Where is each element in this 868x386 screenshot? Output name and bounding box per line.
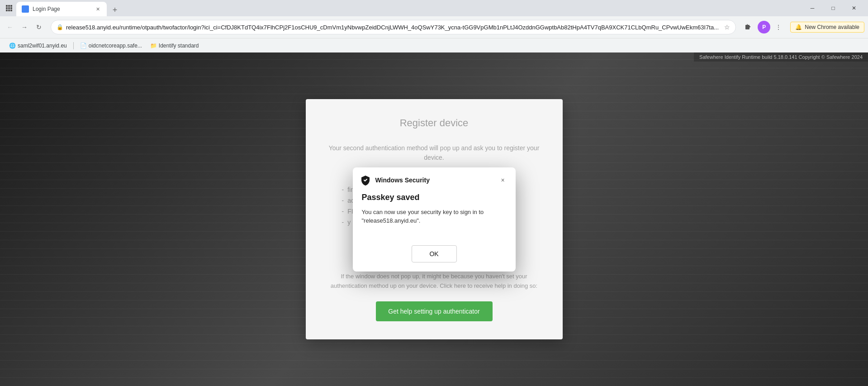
browser-frame: Login Page ✕ + ─ □ ✕ ← → ↻ 🔒 release518.… xyxy=(0,0,868,386)
page-content: Safewhere Identify Runtime build 5.18.0.… xyxy=(0,52,868,386)
window-controls: ─ □ ✕ xyxy=(802,0,864,16)
svg-rect-5 xyxy=(10,7,12,9)
svg-rect-6 xyxy=(6,10,8,11)
dialog-body: Passkey saved You can now use your secur… xyxy=(353,189,516,245)
url-bar[interactable]: 🔒 release518.anyid.eu/runtime/otpauth/tw… xyxy=(51,20,736,34)
dialog-main-title: Passkey saved xyxy=(362,193,507,202)
profile-initial: P xyxy=(762,24,766,30)
page-background: Safewhere Identify Runtime build 5.18.0.… xyxy=(0,52,868,386)
apps-grid-button[interactable] xyxy=(4,3,14,14)
svg-rect-3 xyxy=(6,7,8,9)
bookmark-label-oidc: oidcnetcoreapp.safe... xyxy=(89,43,142,49)
bookmark-label-identify: Identify standard xyxy=(159,43,199,49)
svg-rect-7 xyxy=(8,10,10,11)
tab-title: Login Page xyxy=(33,6,90,12)
bookmark-favicon-oidc: 📄 xyxy=(80,43,87,49)
bookmarks-bar: 🌐 saml2wif01.anyid.eu 📄 oidcnetcoreapp.s… xyxy=(0,38,868,52)
dialog-header-title: Windows Security xyxy=(375,176,493,184)
svg-rect-1 xyxy=(8,5,10,7)
security-dialog-overlay: Windows Security × Passkey saved You can… xyxy=(0,52,868,386)
notification-icon: 🔔 xyxy=(795,24,802,30)
forward-button[interactable]: → xyxy=(18,21,31,33)
chrome-notification-banner[interactable]: 🔔 New Chrome available xyxy=(790,22,864,33)
maximize-button[interactable]: □ xyxy=(823,0,844,16)
bookmark-item-oidc[interactable]: 📄 oidcnetcoreapp.safe... xyxy=(76,41,146,51)
svg-rect-4 xyxy=(8,7,10,9)
profile-avatar[interactable]: P xyxy=(758,21,770,33)
dialog-message: You can now use your security key to sig… xyxy=(362,208,507,225)
tab-close-button[interactable]: ✕ xyxy=(94,5,101,13)
bookmark-favicon-identify: 📁 xyxy=(150,43,157,49)
dialog-ok-button[interactable]: OK xyxy=(412,245,457,262)
lock-icon: 🔒 xyxy=(57,24,63,30)
shield-icon xyxy=(360,175,371,186)
bookmark-separator xyxy=(73,42,74,49)
svg-rect-8 xyxy=(10,10,12,11)
minimize-button[interactable]: ─ xyxy=(802,0,823,16)
title-bar: Login Page ✕ + ─ □ ✕ xyxy=(0,0,868,16)
bookmark-star-icon[interactable]: ☆ xyxy=(724,24,730,31)
bookmark-label-saml: saml2wif01.anyid.eu xyxy=(18,43,67,49)
dialog-header: Windows Security × xyxy=(353,167,516,189)
windows-security-dialog: Windows Security × Passkey saved You can… xyxy=(353,167,516,272)
url-text: release518.anyid.eu/runtime/otpauth/twof… xyxy=(66,24,721,31)
bookmark-favicon-saml: 🌐 xyxy=(9,43,16,49)
tab-bar: Login Page ✕ + xyxy=(16,0,800,16)
address-bar: ← → ↻ 🔒 release518.anyid.eu/runtime/otpa… xyxy=(0,16,868,38)
active-tab[interactable]: Login Page ✕ xyxy=(16,2,107,16)
settings-button[interactable]: ⋮ xyxy=(772,21,785,33)
back-button[interactable]: ← xyxy=(4,21,16,33)
reload-button[interactable]: ↻ xyxy=(33,21,45,33)
bookmark-item-identify[interactable]: 📁 Identify standard xyxy=(147,41,203,51)
dialog-close-button[interactable]: × xyxy=(498,175,508,186)
close-button[interactable]: ✕ xyxy=(844,0,864,16)
notification-text: New Chrome available xyxy=(805,24,859,30)
extensions-button[interactable] xyxy=(741,21,754,33)
svg-rect-0 xyxy=(6,5,8,7)
dialog-footer: OK xyxy=(353,245,516,272)
new-tab-button[interactable]: + xyxy=(109,4,121,16)
bookmark-item-saml[interactable]: 🌐 saml2wif01.anyid.eu xyxy=(5,41,71,51)
svg-rect-2 xyxy=(10,5,12,7)
tab-favicon xyxy=(22,5,29,13)
